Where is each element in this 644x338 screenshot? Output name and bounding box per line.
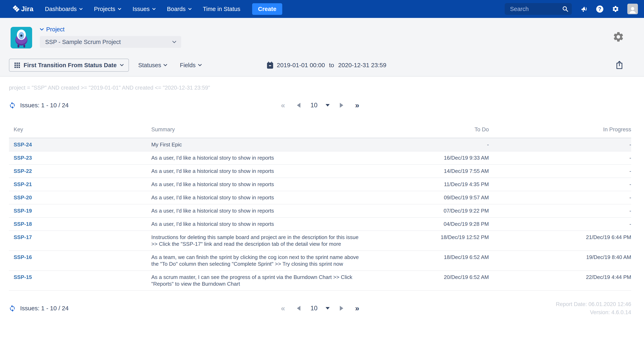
- issue-key-cell: SSP-22: [9, 164, 151, 178]
- nav-item-issues[interactable]: Issues: [132, 6, 156, 13]
- statuses-dropdown[interactable]: Statuses: [138, 62, 167, 69]
- help-glyph: ?: [598, 6, 601, 12]
- todo-date: 20/Dec/19 6:52 AM: [381, 271, 489, 291]
- issue-key-link[interactable]: SSP-19: [14, 208, 32, 214]
- page-size-value: 10: [310, 305, 318, 312]
- project-select[interactable]: SSP - Sample Scrum Project: [40, 36, 181, 48]
- issue-key-link[interactable]: SSP-17: [14, 234, 32, 240]
- project-label[interactable]: Project: [40, 26, 181, 33]
- table-row: SSP-15As a scrum master, I can see the p…: [9, 271, 631, 291]
- megaphone-icon[interactable]: [580, 5, 588, 13]
- issue-summary: As a user, I'd like a historical story t…: [151, 164, 381, 178]
- pagination-prev[interactable]: [297, 306, 300, 311]
- chevron-down-icon: [40, 28, 44, 31]
- grid-icon: [14, 62, 20, 68]
- jira-logo[interactable]: Jira: [12, 5, 34, 13]
- issue-key-link[interactable]: SSP-16: [14, 254, 32, 260]
- issue-key-link[interactable]: SSP-24: [14, 141, 32, 148]
- page: Jira DashboardsProjectsIssuesBoardsTime …: [0, 0, 644, 338]
- issue-key-cell: SSP-18: [9, 218, 151, 231]
- inprogress-date: 19/Dec/19 8:40 AM: [489, 251, 631, 271]
- refresh-icon[interactable]: [9, 305, 16, 312]
- caret-down-icon: [326, 104, 330, 106]
- chevron-down-icon: [118, 8, 121, 10]
- pagination-last[interactable]: »: [354, 305, 361, 312]
- todo-date: 18/Dec/19 12:52 PM: [381, 231, 489, 251]
- column-header-key: Key: [9, 124, 151, 138]
- chevron-down-icon: [79, 8, 82, 10]
- pagination-last[interactable]: »: [354, 102, 361, 109]
- help-icon[interactable]: ?: [596, 6, 603, 13]
- date-joiner: to: [329, 62, 334, 69]
- issues-count: Issues: 1 - 10 / 24: [20, 305, 68, 312]
- settings-gear-icon[interactable]: [612, 31, 624, 43]
- pagination-next[interactable]: [340, 103, 343, 108]
- issue-key-link[interactable]: SSP-22: [14, 168, 32, 174]
- user-avatar[interactable]: [627, 4, 638, 14]
- column-header-summary: Summary: [151, 124, 381, 138]
- nav-item-dashboards[interactable]: Dashboards: [45, 6, 82, 13]
- search-input[interactable]: [505, 3, 572, 15]
- issues-table: Key Summary To Do In Progress SSP-24My F…: [9, 124, 631, 291]
- page-size-select[interactable]: 10: [310, 305, 330, 312]
- table-row: SSP-16As a team, we can finish the sprin…: [9, 251, 631, 271]
- project-avatar: [10, 27, 32, 49]
- issue-key-link[interactable]: SSP-15: [14, 274, 32, 280]
- nav-item-boards[interactable]: Boards: [167, 6, 192, 13]
- chevron-down-icon: [188, 8, 192, 10]
- issue-key-link[interactable]: SSP-20: [14, 195, 32, 201]
- nav-item-label: Projects: [94, 6, 115, 13]
- report-version: Version: 4.6.0.14: [556, 308, 631, 316]
- inprogress-date: 21/Dec/19 6:44 PM: [489, 231, 631, 251]
- issue-key-link[interactable]: SSP-18: [14, 221, 32, 227]
- report-toolbar: First Transition From Status Date Status…: [9, 59, 644, 72]
- table-row: SSP-17Instructions for deleting this sam…: [9, 231, 631, 251]
- inprogress-date: -: [489, 138, 631, 151]
- chevron-down-icon: [172, 41, 176, 43]
- project-header: Project SSP - Sample Scrum Project: [0, 18, 644, 77]
- issue-key-link[interactable]: SSP-23: [14, 155, 32, 161]
- inprogress-date: -: [489, 204, 631, 218]
- nav-item-projects[interactable]: Projects: [94, 6, 121, 13]
- issue-key-cell: SSP-19: [9, 204, 151, 218]
- column-header-inprogress: In Progress: [489, 124, 631, 138]
- column-header-todo: To Do: [381, 124, 489, 138]
- export-icon[interactable]: [616, 61, 623, 70]
- table-row: SSP-19As a user, I'd like a historical s…: [9, 204, 631, 218]
- date-range-picker[interactable]: 2019-01-01 00:00 to 2020-12-31 23:59: [266, 62, 386, 69]
- report-date: Report Date: 06.01.2020 12:46: [556, 300, 631, 308]
- issue-key-cell: SSP-24: [9, 138, 151, 151]
- issue-summary: As a user, I'd like a historical story t…: [151, 178, 381, 191]
- table-row: SSP-23As a user, I'd like a historical s…: [9, 151, 631, 164]
- chevron-down-icon: [120, 64, 124, 66]
- gear-icon[interactable]: [612, 5, 619, 13]
- page-size-select[interactable]: 10: [310, 102, 330, 109]
- issues-table-body: SSP-24My First Epic--SSP-23As a user, I'…: [9, 138, 631, 291]
- fields-dropdown[interactable]: Fields: [180, 62, 202, 69]
- chevron-down-icon: [198, 64, 202, 66]
- pagination-first[interactable]: «: [279, 102, 287, 109]
- caret-down-icon: [326, 307, 330, 309]
- pagination-first[interactable]: «: [279, 305, 287, 312]
- search-box[interactable]: [505, 3, 572, 15]
- todo-date: 14/Dec/19 7:55 AM: [381, 164, 489, 178]
- pagination-next[interactable]: [340, 306, 343, 311]
- date-to: 2020-12-31 23:59: [338, 62, 386, 69]
- table-row: SSP-18As a user, I'd like a historical s…: [9, 218, 631, 231]
- issue-summary: As a user, I'd like a historical story t…: [151, 218, 381, 231]
- nav-item-label: Boards: [167, 6, 186, 13]
- issue-key-link[interactable]: SSP-21: [14, 181, 32, 187]
- refresh-icon[interactable]: [9, 102, 16, 109]
- search-icon[interactable]: [562, 6, 568, 12]
- jira-logo-icon: [12, 5, 20, 13]
- report-type-dropdown[interactable]: First Transition From Status Date: [9, 59, 129, 72]
- issue-summary: My First Epic: [151, 138, 381, 151]
- nav-menu: DashboardsProjectsIssuesBoardsTime in St…: [39, 6, 246, 13]
- table-row: SSP-22As a user, I'd like a historical s…: [9, 164, 631, 178]
- statuses-label: Statuses: [138, 62, 161, 69]
- create-button[interactable]: Create: [252, 3, 282, 15]
- issue-key-cell: SSP-20: [9, 191, 151, 204]
- todo-date: 18/Dec/19 6:52 AM: [381, 251, 489, 271]
- pagination-prev[interactable]: [297, 103, 300, 108]
- nav-item-time-in-status[interactable]: Time in Status: [203, 6, 240, 13]
